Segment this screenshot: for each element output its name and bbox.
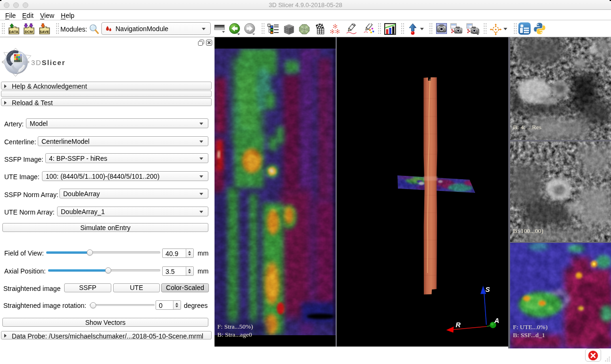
svg-text:SAVE: SAVE — [40, 30, 49, 34]
svg-text:S: S — [486, 286, 490, 293]
svg-text:DCM: DCM — [25, 30, 33, 34]
svg-text:DATA: DATA — [9, 30, 18, 34]
svg-text:A: A — [494, 317, 499, 324]
svg-text:R: R — [456, 321, 461, 329]
